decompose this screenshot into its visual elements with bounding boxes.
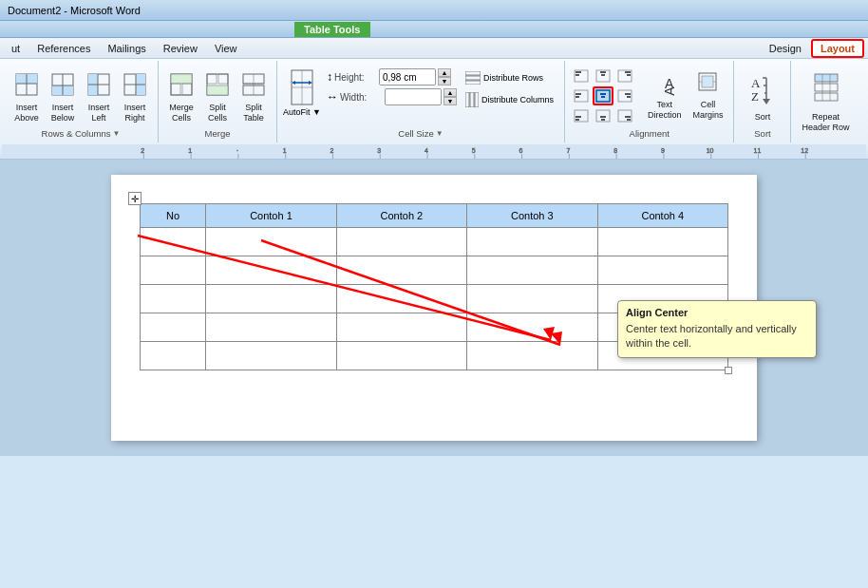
- table-header-contoh2: Contoh 2: [336, 204, 466, 228]
- split-table-button[interactable]: SplitTable: [236, 69, 271, 126]
- height-spin-down[interactable]: ▼: [438, 77, 451, 85]
- merge-cells-button[interactable]: MergeCells: [164, 69, 198, 126]
- repeat-header-group: RepeatHeader Row: [791, 61, 859, 142]
- align-middle-center-button[interactable]: [593, 86, 613, 105]
- svg-text:11: 11: [754, 146, 762, 153]
- merge-cells-label: MergeCells: [169, 103, 194, 123]
- distribute-cols-label: Distribute Columns: [481, 95, 554, 104]
- svg-rect-85: [2, 144, 866, 159]
- insert-above-label: InsertAbove: [14, 103, 39, 123]
- text-direction-label: TextDirection: [648, 100, 682, 121]
- width-spin-up[interactable]: ▲: [443, 88, 457, 97]
- table-cell[interactable]: [467, 228, 597, 256]
- width-spin-down[interactable]: ▼: [443, 97, 457, 105]
- cell-size-expand-icon[interactable]: ▼: [436, 129, 443, 138]
- table-cell[interactable]: [336, 285, 466, 313]
- insert-below-icon: [50, 72, 75, 101]
- svg-rect-51: [576, 96, 579, 98]
- tooltip-title: Align Center: [626, 307, 808, 318]
- table-row: [141, 256, 728, 285]
- insert-left-button[interactable]: InsertLeft: [82, 69, 116, 126]
- repeat-header-buttons: RepeatHeader Row: [797, 63, 854, 139]
- insert-left-label: InsertLeft: [88, 103, 110, 123]
- cell-margins-button[interactable]: CellMargins: [688, 66, 727, 123]
- tooltip-description: Center text horizontally and vertically …: [626, 322, 808, 351]
- split-cells-button[interactable]: SplitCells: [200, 69, 235, 126]
- menu-item-ut[interactable]: ut: [4, 41, 28, 56]
- rows-cols-expand-icon[interactable]: ▼: [112, 129, 120, 138]
- table-cell[interactable]: [336, 342, 466, 370]
- table-cell[interactable]: [206, 228, 336, 256]
- table-cell[interactable]: [206, 285, 336, 313]
- width-input[interactable]: [385, 88, 442, 105]
- menu-item-design[interactable]: Design: [762, 41, 809, 56]
- split-cells-label: SplitCells: [208, 103, 227, 123]
- table-cell[interactable]: [141, 313, 206, 342]
- menu-item-layout[interactable]: Layout: [811, 39, 864, 58]
- align-top-left-button[interactable]: [571, 66, 592, 85]
- align-bottom-right-button[interactable]: [614, 106, 635, 125]
- height-input[interactable]: [379, 68, 436, 85]
- content-area: Align Center Center text horizontally an…: [0, 160, 868, 588]
- svg-rect-66: [627, 119, 631, 121]
- merge-cells-icon: [169, 72, 194, 101]
- table-cell[interactable]: [597, 228, 727, 256]
- svg-rect-19: [182, 84, 192, 95]
- table-cell[interactable]: [141, 256, 206, 285]
- svg-rect-35: [465, 76, 481, 80]
- menu-item-review[interactable]: Review: [156, 41, 205, 56]
- width-spinner[interactable]: ▲ ▼: [443, 88, 457, 105]
- height-spinner[interactable]: ▲ ▼: [438, 68, 451, 85]
- insert-above-button[interactable]: InsertAbove: [9, 69, 44, 126]
- autofit-button[interactable]: AutoFit ▼: [283, 68, 321, 117]
- svg-rect-17: [171, 74, 192, 84]
- menu-item-mailings[interactable]: Mailings: [100, 41, 153, 56]
- table-cell[interactable]: [467, 313, 597, 342]
- align-bottom-center-button[interactable]: [593, 106, 613, 125]
- table-cell[interactable]: [336, 256, 466, 285]
- table-cell[interactable]: [336, 228, 466, 256]
- height-spin-up[interactable]: ▲: [438, 68, 451, 77]
- table-cell[interactable]: [206, 342, 336, 370]
- table-cell[interactable]: [141, 285, 206, 313]
- sort-icon: A Z: [749, 72, 776, 110]
- insert-right-button[interactable]: InsertRight: [118, 69, 152, 126]
- align-middle-left-button[interactable]: [571, 86, 592, 105]
- svg-text:Z: Z: [751, 89, 759, 104]
- table-cell[interactable]: [141, 342, 206, 370]
- menu-item-view[interactable]: View: [207, 41, 245, 56]
- svg-rect-22: [218, 74, 228, 84]
- svg-rect-18: [171, 84, 180, 95]
- width-row: ↔ Width: ▲ ▼: [327, 88, 457, 105]
- align-bottom-left-button[interactable]: [571, 106, 592, 125]
- align-middle-right-button[interactable]: [614, 86, 635, 105]
- table-move-handle[interactable]: ✛: [128, 192, 142, 205]
- table-cell[interactable]: [467, 285, 597, 313]
- insert-right-icon: [123, 72, 147, 101]
- table-cell[interactable]: [141, 228, 206, 256]
- table-resize-handle[interactable]: [725, 367, 732, 374]
- repeat-header-button[interactable]: RepeatHeader Row: [797, 69, 854, 136]
- rows-cols-group: InsertAbove InsertBelow InsertLeft: [4, 61, 159, 142]
- table-cell[interactable]: [467, 342, 597, 370]
- table-cell[interactable]: [467, 256, 597, 285]
- alignment-group-label: Alignment: [630, 128, 670, 141]
- text-direction-button[interactable]: A A TextDirection: [643, 66, 687, 123]
- table-cell[interactable]: [336, 313, 466, 342]
- tooltip: Align Center Center text horizontally an…: [617, 300, 817, 358]
- menu-item-references[interactable]: References: [29, 41, 98, 56]
- sort-button[interactable]: A Z Sort: [745, 69, 781, 125]
- table-cell[interactable]: [206, 256, 336, 285]
- insert-below-button[interactable]: InsertBelow: [46, 69, 80, 126]
- table-cell[interactable]: [206, 313, 336, 342]
- align-top-center-button[interactable]: [593, 66, 613, 85]
- svg-text:2: 2: [141, 146, 144, 153]
- distribute-rows-button[interactable]: Distribute Rows: [461, 68, 558, 87]
- svg-text:7: 7: [566, 146, 570, 153]
- height-row: ↕ Height: ▲ ▼: [327, 68, 457, 85]
- align-top-right-button[interactable]: [614, 66, 635, 85]
- svg-marker-33: [309, 81, 312, 85]
- document-area: Align Center Center text horizontally an…: [0, 160, 868, 456]
- distribute-cols-button[interactable]: Distribute Columns: [461, 89, 558, 110]
- table-cell[interactable]: [597, 256, 727, 285]
